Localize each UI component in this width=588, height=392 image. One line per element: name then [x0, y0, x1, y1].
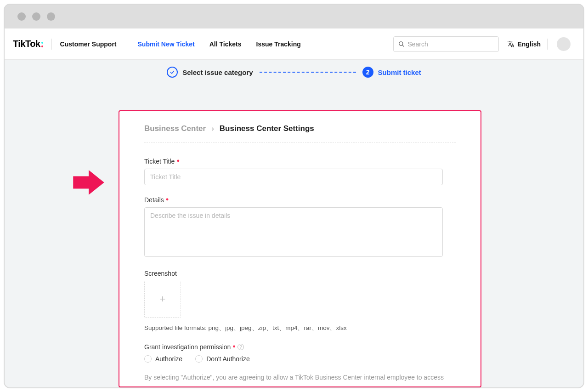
logo: TikTok: [13, 39, 43, 49]
divider: [51, 39, 52, 50]
radio-dont-authorize[interactable]: Don't Authorize: [195, 355, 250, 363]
ticket-title-label: Ticket Title: [144, 158, 175, 165]
language-label: English: [517, 40, 541, 48]
details-textarea[interactable]: [144, 207, 443, 257]
breadcrumb: Business Center › Business Center Settin…: [144, 124, 456, 133]
required-icon: ●: [232, 343, 236, 349]
nav-issue-tracking[interactable]: Issue Tracking: [256, 40, 301, 48]
browser-window: TikTok Customer Support Submit New Ticke…: [4, 4, 584, 388]
check-badge-icon: [167, 67, 178, 78]
screenshot-hint: Supported file formats: png、jpg、jpeg、zip…: [144, 324, 456, 332]
details-label: Details: [144, 196, 164, 204]
step-2-label: Submit ticket: [378, 68, 421, 76]
callout-arrow-icon: [73, 170, 105, 195]
help-icon[interactable]: ?: [237, 344, 244, 350]
permission-disclaimer: By selecting "Authorize", you are agreei…: [144, 374, 456, 381]
divider: [144, 142, 456, 143]
search-icon: [398, 41, 405, 47]
translate-icon: [507, 40, 514, 48]
required-icon: ●: [166, 196, 169, 202]
chevron-right-icon: ›: [211, 124, 214, 133]
window-dot: [47, 12, 55, 21]
ticket-form-card: Business Center › Business Center Settin…: [119, 110, 481, 387]
upload-button[interactable]: +: [144, 281, 181, 318]
step-1: Select issue category: [167, 67, 253, 78]
nav-all-tickets[interactable]: All Tickets: [209, 40, 242, 48]
breadcrumb-parent[interactable]: Business Center: [144, 124, 206, 133]
radio-authorize[interactable]: Authorize: [144, 355, 182, 363]
top-nav: TikTok Customer Support Submit New Ticke…: [5, 28, 583, 60]
logo-colon-icon: [41, 42, 43, 47]
support-label: Customer Support: [60, 40, 117, 48]
required-icon: ●: [176, 158, 180, 163]
svg-point-0: [399, 41, 403, 45]
radio-authorize-label: Authorize: [155, 355, 182, 363]
step-connector: [260, 72, 356, 73]
step-2-number: 2: [362, 67, 373, 78]
window-dot: [32, 12, 40, 21]
divider: [547, 39, 548, 50]
titlebar: [5, 5, 583, 28]
search-box[interactable]: [393, 36, 499, 52]
plus-icon: +: [160, 293, 166, 305]
radio-bullet-icon: [144, 355, 152, 363]
ticket-title-input[interactable]: [144, 169, 443, 185]
logo-text: TikTok: [13, 39, 40, 49]
step-2: 2 Submit ticket: [362, 67, 421, 78]
search-input[interactable]: [407, 40, 494, 48]
svg-marker-2: [73, 170, 104, 195]
step-1-label: Select issue category: [182, 68, 253, 76]
breadcrumb-current: Business Center Settings: [220, 124, 314, 133]
radio-bullet-icon: [195, 355, 203, 363]
nav-submit-new-ticket[interactable]: Submit New Ticket: [138, 40, 195, 48]
window-dot: [17, 12, 26, 21]
radio-dont-authorize-label: Don't Authorize: [206, 355, 250, 363]
svg-line-1: [402, 45, 404, 46]
stepper: Select issue category 2 Submit ticket: [5, 60, 583, 85]
permission-label: Grant investigation permission: [144, 343, 231, 351]
language-selector[interactable]: English: [507, 40, 541, 48]
screenshot-label: Screenshot: [144, 270, 177, 277]
avatar[interactable]: [557, 37, 571, 51]
